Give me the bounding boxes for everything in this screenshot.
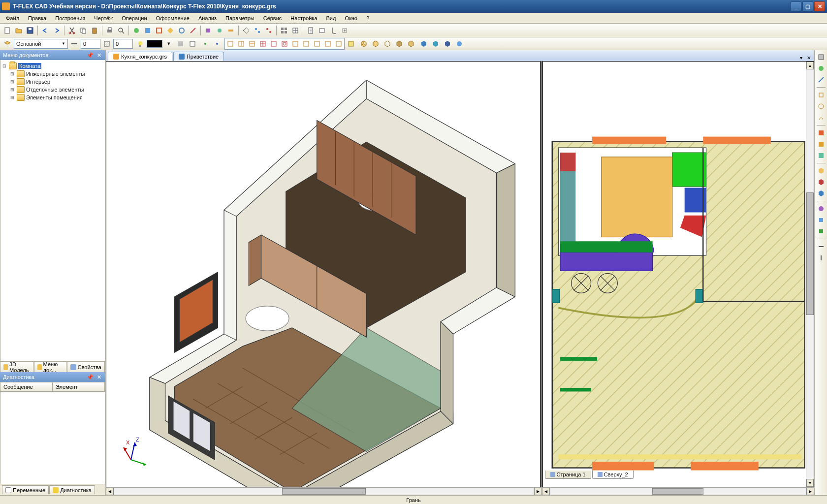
view-7[interactable] [290, 38, 301, 49]
menu-window[interactable]: Окно [341, 14, 361, 22]
scroll-thumb[interactable] [652, 488, 703, 495]
rtool-12[interactable] [816, 189, 826, 198]
rtool-7[interactable] [816, 128, 826, 138]
view-4[interactable] [257, 38, 268, 49]
tool-j[interactable] [241, 25, 252, 36]
open-button[interactable] [13, 25, 24, 36]
render-a[interactable] [175, 38, 186, 49]
viewport-3d[interactable]: X Z [106, 61, 541, 487]
scroll-left[interactable]: ◀ [106, 488, 114, 495]
layer-combo[interactable]: Основной ▼ [14, 39, 68, 49]
cube-1[interactable] [358, 38, 369, 49]
menu-operations[interactable]: Операции [118, 14, 151, 22]
view-5[interactable] [268, 38, 279, 49]
col-element[interactable]: Элемент [53, 382, 105, 391]
rtool-17[interactable] [816, 253, 826, 263]
solid-3[interactable] [442, 38, 453, 49]
menu-parameters[interactable]: Параметры [222, 14, 258, 22]
tool-l[interactable] [263, 25, 274, 36]
viewport-2d[interactable]: Страница 1 Сверху_2 ▲ ▼ [542, 61, 814, 487]
tool-a[interactable] [131, 25, 142, 36]
tool-o[interactable] [305, 25, 316, 36]
minimize-button[interactable]: _ [791, 1, 801, 11]
scroll-left[interactable]: ◀ [542, 488, 550, 495]
rtool-1[interactable] [816, 52, 826, 62]
tab-variables[interactable]: Переменные [2, 485, 49, 494]
tool-q[interactable] [328, 25, 339, 36]
rtool-3[interactable] [816, 75, 826, 85]
tool-d[interactable] [165, 25, 176, 36]
lineweight-spinner[interactable]: 0 [81, 39, 100, 49]
menu-edit[interactable]: Правка [24, 14, 50, 22]
rtool-11[interactable] [816, 177, 826, 187]
rtool-15[interactable] [816, 226, 826, 236]
tree-node-interior[interactable]: ⊞ Интерьер [1, 78, 104, 86]
tab-3d-model[interactable]: 3D Модель [0, 362, 33, 372]
rtool-16[interactable] [816, 242, 826, 252]
tool-r[interactable] [339, 25, 350, 36]
hatch-icon[interactable] [101, 38, 112, 49]
close-button[interactable]: ✕ [814, 1, 825, 11]
hatch-spinner[interactable]: 0 [113, 39, 133, 49]
preview-button[interactable] [116, 25, 127, 36]
view-8[interactable] [301, 38, 312, 49]
expand-icon[interactable]: ⊞ [9, 95, 15, 100]
scroll-up[interactable]: ▲ [806, 62, 814, 69]
more-colors[interactable]: ▾ [163, 38, 174, 49]
view-10[interactable] [322, 38, 333, 49]
tool-n[interactable] [290, 25, 301, 36]
tab-menu-icon[interactable]: ▾ [797, 54, 804, 61]
save-button[interactable] [25, 25, 35, 36]
cube-5[interactable] [406, 38, 416, 49]
rtool-5[interactable] [816, 101, 826, 111]
tool-f[interactable] [188, 25, 198, 36]
document-tree[interactable]: ⊟ Комната ⊞ Инженерные элементы ⊞ Интерь… [0, 60, 105, 361]
undo-button[interactable] [40, 25, 51, 36]
scroll-thumb[interactable] [806, 192, 814, 315]
tool-b[interactable] [142, 25, 153, 36]
maximize-button[interactable]: ▢ [802, 1, 813, 11]
menu-constructions[interactable]: Построения [51, 14, 89, 22]
print-button[interactable] [104, 25, 115, 36]
rtool-8[interactable] [816, 139, 826, 149]
tool-h[interactable] [214, 25, 225, 36]
menu-analysis[interactable]: Анализ [194, 14, 221, 22]
scroll-right[interactable]: ▶ [534, 488, 542, 495]
collapse-icon[interactable]: ⊟ [1, 63, 7, 68]
diagnostics-grid[interactable]: Сообщение Элемент [0, 382, 105, 484]
tool-c[interactable] [154, 25, 164, 36]
pin-icon[interactable]: 📌 [87, 52, 94, 59]
tool-m[interactable] [279, 25, 289, 36]
tree-node-finishing[interactable]: ⊞ Отделочные элементы [1, 86, 104, 94]
tool-k[interactable] [252, 25, 263, 36]
tree-node-engineering[interactable]: ⊞ Инженерные элементы [1, 70, 104, 78]
rtool-9[interactable] [816, 151, 826, 160]
col-message[interactable]: Сообщение [0, 382, 53, 391]
view-1[interactable] [225, 38, 236, 49]
page-tab-1[interactable]: Страница 1 [545, 471, 591, 479]
view-2[interactable] [236, 38, 247, 49]
doctab-welcome[interactable]: Приветствие [173, 52, 224, 61]
panel-close-icon[interactable]: ✕ [95, 374, 102, 380]
expand-icon[interactable]: ⊞ [9, 71, 15, 76]
snap-a[interactable] [200, 38, 211, 49]
new-button[interactable] [2, 25, 13, 36]
rtool-6[interactable] [816, 113, 826, 123]
menu-settings[interactable]: Настройка [286, 14, 321, 22]
rtool-13[interactable] [816, 204, 826, 214]
solid-2[interactable] [430, 38, 441, 49]
view-3[interactable] [247, 38, 257, 49]
view-11[interactable] [333, 38, 344, 49]
cube-4[interactable] [394, 38, 405, 49]
view-6[interactable] [279, 38, 290, 49]
tree-root[interactable]: ⊟ Комната [1, 62, 104, 70]
menu-file[interactable]: Файл [2, 14, 23, 22]
menu-service[interactable]: Сервис [259, 14, 286, 22]
paste-button[interactable] [89, 25, 100, 36]
view-9[interactable] [312, 38, 322, 49]
vscrollbar-2d[interactable]: ▲ ▼ [806, 62, 814, 487]
hscrollbar-2d[interactable]: ◀ ▶ [542, 487, 814, 495]
cube-2[interactable] [370, 38, 381, 49]
tool-e[interactable] [176, 25, 187, 36]
expand-icon[interactable]: ⊞ [9, 87, 15, 92]
